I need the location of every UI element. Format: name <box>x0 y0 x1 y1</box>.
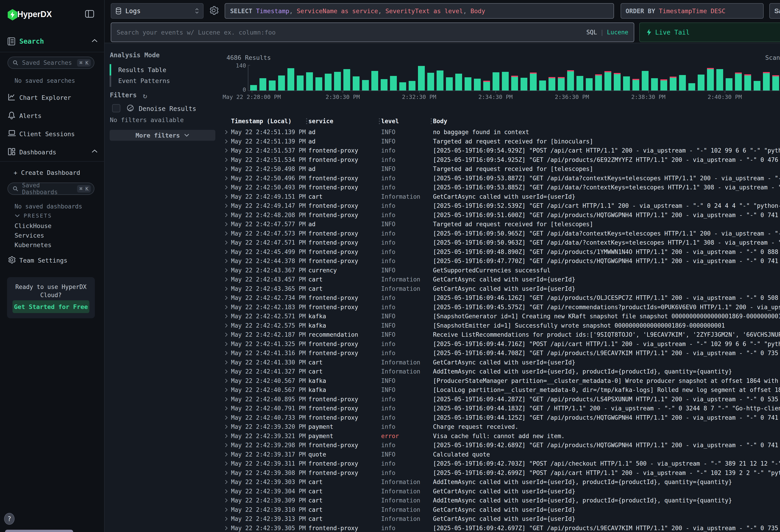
expand-chevron-icon[interactable] <box>223 461 231 466</box>
histogram-bar[interactable] <box>315 77 322 91</box>
histogram-bar[interactable] <box>483 82 490 91</box>
histogram-bar[interactable] <box>502 72 509 91</box>
sidebar-item-dashboards[interactable]: Dashboards <box>0 146 105 159</box>
expand-chevron-icon[interactable] <box>223 369 231 374</box>
table-row[interactable]: May 22 2:42:40.567 PM kafka INFO [LocalL… <box>223 385 780 395</box>
table-row[interactable]: May 22 2:42:51.139 PM ad INFO no baggage… <box>223 128 780 137</box>
table-row[interactable]: May 22 2:42:51.537 PM frontend-proxy inf… <box>223 146 780 155</box>
table-row[interactable]: May 22 2:42:51.534 PM frontend-proxy inf… <box>223 155 780 164</box>
header-body[interactable]: Body <box>431 118 780 125</box>
histogram-bar[interactable] <box>716 69 723 91</box>
sidebar-item-team-settings[interactable]: Team Settings <box>0 254 105 268</box>
table-row[interactable]: May 22 2:42:42.575 PM kafka INFO [Snapsh… <box>223 321 780 330</box>
expand-chevron-icon[interactable] <box>223 157 231 162</box>
histogram-bar[interactable] <box>362 80 369 91</box>
histogram-bar[interactable] <box>753 81 761 91</box>
table-row[interactable]: May 22 2:42:44.378 PM frontend-proxy inf… <box>223 256 780 266</box>
lucene-mode-button[interactable]: Lucene <box>607 29 628 36</box>
table-row[interactable]: May 22 2:42:39.320 PM payment info Charg… <box>223 422 780 432</box>
histogram-bar[interactable] <box>698 75 704 91</box>
expand-chevron-icon[interactable] <box>223 480 231 484</box>
expand-chevron-icon[interactable] <box>223 397 231 402</box>
table-row[interactable]: May 22 2:42:50.498 PM ad INFO Targeted a… <box>223 164 780 174</box>
save-button[interactable]: Save <box>769 3 780 19</box>
presets-toggle[interactable]: PRESETS <box>14 213 52 219</box>
histogram-bar[interactable] <box>427 73 434 91</box>
expand-chevron-icon[interactable] <box>223 176 231 181</box>
table-row[interactable]: May 22 2:42:41.327 PM cart Information A… <box>223 367 780 376</box>
expand-chevron-icon[interactable] <box>223 240 231 245</box>
histogram-bar[interactable] <box>707 69 714 91</box>
table-row[interactable]: May 22 2:42:39.311 PM frontend-proxy inf… <box>223 459 780 468</box>
expand-chevron-icon[interactable] <box>223 222 231 227</box>
create-dashboard-button[interactable]: + Create Dashboard <box>0 166 105 180</box>
sidebar-item-alerts[interactable]: Alerts <box>0 109 105 123</box>
histogram-bar[interactable] <box>278 76 285 91</box>
expand-chevron-icon[interactable] <box>223 434 231 439</box>
live-tail-button[interactable]: Live Tail <box>639 22 780 42</box>
source-settings-gear-icon[interactable] <box>209 5 220 16</box>
histogram-bar[interactable] <box>474 79 481 91</box>
chevron-up-icon[interactable] <box>91 149 98 153</box>
expand-chevron-icon[interactable] <box>223 526 231 531</box>
table-row[interactable]: May 22 2:42:42.571 PM kafka INFO [Snapsh… <box>223 312 780 321</box>
histogram-bar[interactable] <box>446 77 453 91</box>
refresh-filters-icon[interactable]: ↻ <box>143 91 147 100</box>
histogram-bar[interactable] <box>548 78 555 91</box>
histogram-bar[interactable] <box>530 74 537 91</box>
sidebar-preset-clickhouse[interactable]: ClickHouse <box>14 222 52 229</box>
table-row[interactable]: May 22 2:42:39.313 PM cart Information G… <box>223 514 780 524</box>
help-button[interactable]: ? <box>4 513 14 525</box>
table-row[interactable]: May 22 2:42:49.151 PM cart Information G… <box>223 192 780 201</box>
expand-chevron-icon[interactable] <box>223 470 231 475</box>
expand-chevron-icon[interactable] <box>223 443 231 448</box>
search-input[interactable] <box>117 29 586 36</box>
expand-chevron-icon[interactable] <box>223 498 231 503</box>
expand-chevron-icon[interactable] <box>223 139 231 144</box>
histogram-bar[interactable] <box>353 77 359 91</box>
histogram-bar[interactable] <box>297 76 304 91</box>
histogram-bar[interactable] <box>409 81 416 91</box>
sql-mode-button[interactable]: SQL <box>586 29 597 36</box>
histogram-bar[interactable] <box>604 72 611 91</box>
table-row[interactable]: May 22 2:42:39.298 PM frontend-proxy inf… <box>223 441 780 450</box>
table-row[interactable]: May 22 2:42:39.321 PM payment error Visa… <box>223 432 780 441</box>
table-row[interactable]: May 22 2:42:42.734 PM frontend-proxy inf… <box>223 293 780 303</box>
expand-chevron-icon[interactable] <box>223 185 231 190</box>
expand-chevron-icon[interactable] <box>223 295 231 300</box>
histogram-bar[interactable] <box>772 77 779 91</box>
table-row[interactable]: May 22 2:42:39.310 PM cart Information G… <box>223 505 780 515</box>
histogram-bar[interactable] <box>726 78 732 91</box>
expand-chevron-icon[interactable] <box>223 203 231 208</box>
table-row[interactable]: May 22 2:42:39.305 PM frontend-proxy inf… <box>223 524 780 532</box>
sidebar-preset-services[interactable]: Services <box>14 232 44 239</box>
saved-dashboards-input[interactable]: Saved Dashboards ⌘ K <box>7 183 94 195</box>
histogram-bar[interactable] <box>567 71 574 91</box>
table-row[interactable]: May 22 2:42:39.304 PM cart Information G… <box>223 487 780 496</box>
histogram-bar[interactable] <box>558 78 565 91</box>
table-row[interactable]: May 22 2:42:43.457 PM cart Information G… <box>223 275 780 284</box>
expand-chevron-icon[interactable] <box>223 323 231 328</box>
histogram-bar[interactable] <box>306 72 313 91</box>
expand-chevron-icon[interactable] <box>223 387 231 392</box>
header-service[interactable]: service <box>306 118 379 125</box>
header-timestamp[interactable]: Timestamp (Local) <box>231 118 306 125</box>
table-row[interactable]: May 22 2:42:47.577 PM ad INFO Targeted a… <box>223 220 780 229</box>
histogram-bar[interactable] <box>763 73 770 91</box>
table-row[interactable]: May 22 2:42:47.571 PM frontend-proxy inf… <box>223 238 780 247</box>
expand-chevron-icon[interactable] <box>223 452 231 457</box>
table-row[interactable]: May 22 2:42:41.330 PM cart Information G… <box>223 358 780 367</box>
expand-chevron-icon[interactable] <box>223 286 231 291</box>
table-row[interactable]: May 22 2:42:48.208 PM frontend-proxy inf… <box>223 210 780 220</box>
expand-chevron-icon[interactable] <box>223 507 231 512</box>
sidebar-item-client-sessions[interactable]: Client Sessions <box>0 128 105 141</box>
expand-chevron-icon[interactable] <box>223 406 231 411</box>
table-row[interactable]: May 22 2:42:40.567 PM kafka INFO [Produc… <box>223 376 780 386</box>
expand-chevron-icon[interactable] <box>223 258 231 263</box>
expand-chevron-icon[interactable] <box>223 194 231 199</box>
histogram-bar[interactable] <box>651 78 658 91</box>
chat-widget[interactable] <box>5 530 73 532</box>
expand-chevron-icon[interactable] <box>223 249 231 254</box>
header-level[interactable]: level <box>379 118 431 125</box>
histogram-bar[interactable] <box>539 81 546 91</box>
